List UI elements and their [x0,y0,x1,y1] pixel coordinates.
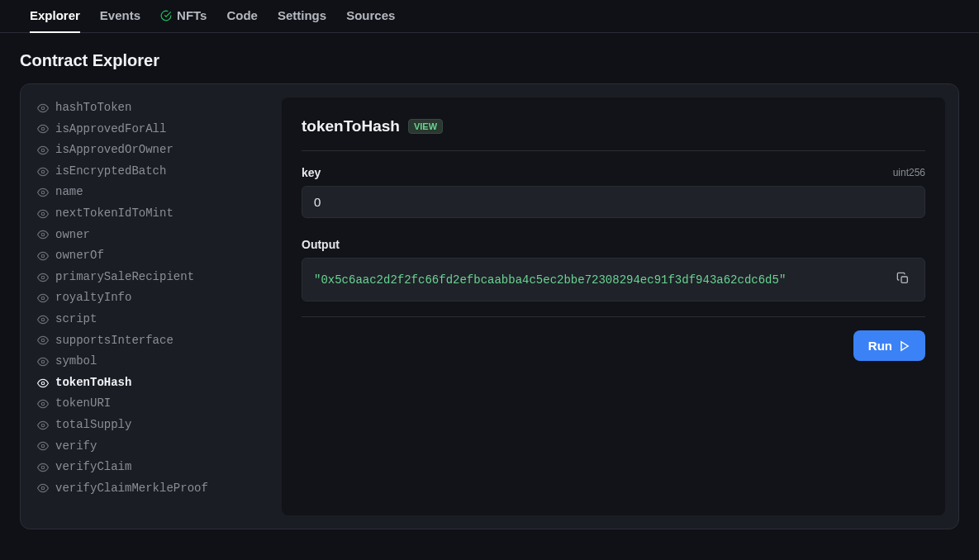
nav-tab-label: Events [100,8,140,22]
svg-point-9 [41,297,45,300]
sidebar-item-isApprovedOrOwner[interactable]: isApprovedOrOwner [34,140,265,161]
eye-icon [37,482,49,494]
svg-marker-20 [901,341,908,350]
sidebar-item-primarySaleRecipient[interactable]: primarySaleRecipient [34,267,265,288]
param-row: keyuint256 [302,166,925,179]
sidebar-item-label: isEncryptedBatch [55,164,166,180]
sidebar-item-tokenURI[interactable]: tokenURI [34,393,265,415]
nav-tab-sources[interactable]: Sources [346,0,395,33]
action-row: Run [302,330,925,361]
svg-point-5 [41,212,45,216]
param-input-key[interactable] [302,186,925,218]
sidebar-item-verifyClaimMerkleProof[interactable]: verifyClaimMerkleProof [34,478,265,500]
sidebar-item-tokenToHash[interactable]: tokenToHash [34,373,265,394]
sidebar-item-label: name [55,184,83,201]
sidebar-item-totalSupply[interactable]: totalSupply [34,415,265,436]
eye-icon [37,250,49,262]
sidebar-item-label: ownerOf [55,248,104,264]
nav-tab-settings[interactable]: Settings [278,0,326,33]
sidebar-item-nextTokenIdToMint[interactable]: nextTokenIdToMint [34,203,265,225]
eye-icon [37,377,49,389]
function-badge: VIEW [408,119,443,134]
sidebar-item-label: script [55,311,97,328]
function-sidebar[interactable]: hashToTokenisApprovedForAllisApprovedOrO… [34,97,269,515]
svg-point-6 [41,234,45,237]
eye-icon [37,292,49,304]
svg-point-17 [41,466,45,469]
nav-tab-explorer[interactable]: Explorer [30,0,80,33]
sidebar-item-label: totalSupply [55,417,131,434]
sidebar-item-label: supportsInterface [55,333,173,349]
output-box: "0x5c6aac2d2f2fc66fd2efbcaabba4c5ec2bbe7… [302,258,925,301]
svg-point-15 [41,424,45,427]
eye-icon [37,187,49,198]
svg-point-3 [41,170,45,173]
eye-icon [37,123,49,135]
sidebar-item-label: symbol [55,354,97,370]
svg-point-1 [41,128,45,131]
sidebar-item-label: isApprovedOrOwner [55,142,173,159]
function-name: tokenToHash [302,117,400,135]
function-panel: tokenToHash VIEW keyuint256 Output "0x5c… [282,97,945,515]
nav-tab-events[interactable]: Events [100,0,140,33]
run-button-label: Run [868,339,892,353]
check-circle-icon [160,10,172,21]
output-label: Output [302,238,925,251]
sidebar-item-label: tokenToHash [55,375,131,392]
nav-tab-label: NFTs [177,8,207,22]
play-icon [899,340,910,352]
svg-point-8 [41,276,45,279]
sidebar-item-owner[interactable]: owner [34,225,265,246]
sidebar-item-label: tokenURI [55,396,111,412]
sidebar-item-script[interactable]: script [34,309,265,330]
eye-icon [37,462,49,473]
svg-point-16 [41,445,45,448]
sidebar-item-label: primarySaleRecipient [55,269,194,286]
sidebar-item-ownerOf[interactable]: ownerOf [34,245,265,267]
eye-icon [37,208,49,220]
eye-icon [37,440,49,452]
eye-icon [37,314,49,325]
nav-tab-code[interactable]: Code [226,0,258,33]
sidebar-item-hashToToken[interactable]: hashToToken [34,97,265,119]
sidebar-item-label: verifyClaimMerkleProof [55,481,208,497]
sidebar-item-name[interactable]: name [34,182,265,203]
nav-tab-label: Code [226,8,258,22]
divider [302,316,925,317]
sidebar-item-isApprovedForAll[interactable]: isApprovedForAll [34,119,265,140]
svg-point-11 [41,339,45,343]
param-type: uint256 [893,167,925,178]
svg-point-18 [41,487,45,491]
nav-tab-label: Sources [346,8,395,22]
svg-point-13 [41,382,45,385]
svg-point-10 [41,318,45,321]
eye-icon [37,335,49,346]
sidebar-item-label: hashToToken [55,100,131,116]
page-header: Contract Explorer [0,33,979,83]
sidebar-item-label: royaltyInfo [55,290,131,306]
eye-icon [37,229,49,240]
svg-point-4 [41,191,45,194]
sidebar-item-supportsInterface[interactable]: supportsInterface [34,330,265,352]
sidebar-item-royaltyInfo[interactable]: royaltyInfo [34,287,265,309]
function-header: tokenToHash VIEW [302,117,925,151]
nav-tab-nfts[interactable]: NFTs [160,0,207,33]
eye-icon [37,102,49,114]
eye-icon [37,272,49,283]
eye-icon [37,166,49,178]
sidebar-item-label: owner [55,227,90,244]
sidebar-item-verify[interactable]: verify [34,436,265,458]
eye-icon [37,420,49,431]
run-button[interactable]: Run [853,330,925,361]
sidebar-item-symbol[interactable]: symbol [34,351,265,373]
param-label: key [302,166,321,179]
sidebar-item-verifyClaim[interactable]: verifyClaim [34,457,265,478]
sidebar-item-isEncryptedBatch[interactable]: isEncryptedBatch [34,161,265,183]
top-nav: ExplorerEventsNFTsCodeSettingsSources [0,0,979,33]
copy-button[interactable] [893,268,913,291]
svg-rect-19 [901,277,907,282]
main-container: hashToTokenisApprovedForAllisApprovedOrO… [20,83,959,529]
copy-icon [896,272,910,285]
svg-point-7 [41,254,45,258]
output-value: "0x5c6aac2d2f2fc66fd2efbcaabba4c5ec2bbe7… [314,273,786,287]
